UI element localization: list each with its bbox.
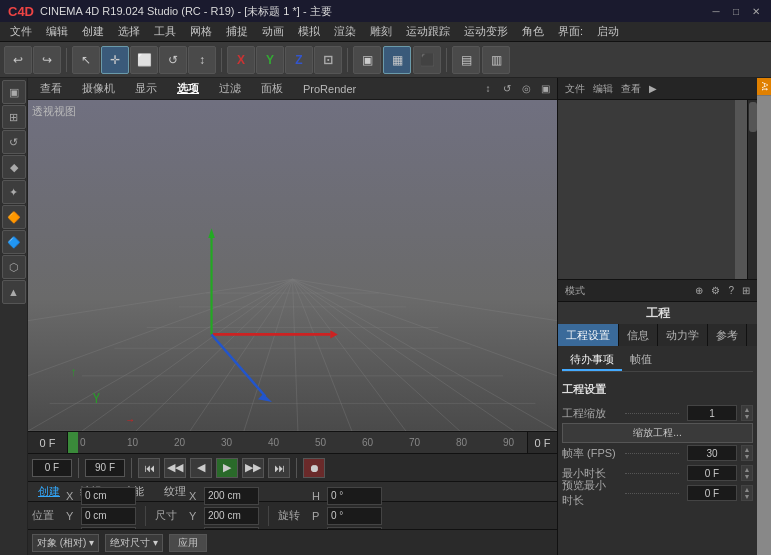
toolbar-render-0[interactable]: ▣ <box>353 46 381 74</box>
toolbar-btn-↩[interactable]: ↩ <box>4 46 32 74</box>
minimize-button[interactable]: ─ <box>709 4 723 18</box>
menu-item-5[interactable]: 网格 <box>184 22 218 42</box>
viewport-tab-1[interactable]: 摄像机 <box>74 80 123 98</box>
viewport-icon-1[interactable]: ↺ <box>499 81 515 97</box>
rp-subtab-0[interactable]: 待办事项 <box>562 350 622 371</box>
rp-value-2[interactable] <box>687 445 737 461</box>
coord-input-0-0[interactable] <box>81 487 136 505</box>
menu-item-6[interactable]: 捕捉 <box>220 22 254 42</box>
left-tool-4[interactable]: ✦ <box>2 180 26 204</box>
mode-icon-grid[interactable]: ⊞ <box>739 285 753 296</box>
rp-spinner-2[interactable]: ▲▼ <box>741 445 753 461</box>
coord-dropdown-size[interactable]: 绝对尺寸 ▾ <box>105 534 163 552</box>
toolbar-axis-Z[interactable]: Z <box>285 46 313 74</box>
viewport-3d[interactable]: 透视视图 <box>28 100 557 431</box>
menu-item-10[interactable]: 雕刻 <box>364 22 398 42</box>
mode-icon-gear[interactable]: ⚙ <box>708 285 723 296</box>
toolbar-tool-2[interactable]: ⬜ <box>130 46 158 74</box>
left-tool-8[interactable]: ▲ <box>2 280 26 304</box>
toolbar-axis-⊡[interactable]: ⊡ <box>314 46 342 74</box>
toolbar-render-1[interactable]: ▦ <box>383 46 411 74</box>
timeline-ruler[interactable]: 0102030405060708090 <box>68 432 527 453</box>
coord-apply-button[interactable]: 应用 <box>169 534 207 552</box>
menu-item-13[interactable]: 角色 <box>516 22 550 42</box>
coord-dropdown-relative[interactable]: 对象 (相对) ▾ <box>32 534 99 552</box>
right-header-item-2[interactable]: 查看 <box>618 82 644 96</box>
right-tab-3[interactable]: 参考 <box>708 324 747 346</box>
rp-value-4[interactable] <box>687 485 737 501</box>
right-tab-2[interactable]: 动力学 <box>658 324 708 346</box>
transport-btn-2[interactable]: ◀ <box>190 458 212 478</box>
right-header-item-0[interactable]: 文件 <box>562 82 588 96</box>
close-button[interactable]: ✕ <box>749 4 763 18</box>
coord-input-2-1[interactable] <box>327 507 382 525</box>
coord-input-1-1[interactable] <box>204 507 259 525</box>
toolbar-axis-Y[interactable]: Y <box>256 46 284 74</box>
right-header-item-3[interactable]: ▶ <box>646 83 660 94</box>
transport-record-button[interactable]: ⏺ <box>303 458 325 478</box>
menu-item-8[interactable]: 模拟 <box>292 22 326 42</box>
toolbar-render-2[interactable]: ⬛ <box>413 46 441 74</box>
left-tool-1[interactable]: ⊞ <box>2 105 26 129</box>
transport-btn-after-play-0[interactable]: ▶▶ <box>242 458 264 478</box>
viewport-icon-0[interactable]: ↕ <box>480 81 496 97</box>
viewport-tab-5[interactable]: 面板 <box>253 80 291 98</box>
toolbar-misc-1[interactable]: ▥ <box>482 46 510 74</box>
viewport-tab-4[interactable]: 过滤 <box>211 80 249 98</box>
toolbar-tool-3[interactable]: ↺ <box>159 46 187 74</box>
mode-icon-help[interactable]: ? <box>725 285 737 296</box>
rp-spinner-3[interactable]: ▲▼ <box>741 465 753 481</box>
menu-item-3[interactable]: 选择 <box>112 22 146 42</box>
rp-btn-1[interactable]: 缩放工程... <box>562 423 753 443</box>
left-tool-5[interactable]: 🔶 <box>2 205 26 229</box>
transport-end-input[interactable] <box>85 459 125 477</box>
coord-input-0-1[interactable] <box>81 507 136 525</box>
left-tool-6[interactable]: 🔷 <box>2 230 26 254</box>
coord-input-1-0[interactable] <box>204 487 259 505</box>
transport-play-button[interactable]: ▶ <box>216 458 238 478</box>
left-tool-0[interactable]: ▣ <box>2 80 26 104</box>
right-header-item-1[interactable]: 编辑 <box>590 82 616 96</box>
toolbar-axis-X[interactable]: X <box>227 46 255 74</box>
transport-btn-after-play-1[interactable]: ⏭ <box>268 458 290 478</box>
scroll-thumb[interactable] <box>749 102 757 132</box>
far-right-tab-0[interactable]: At <box>757 78 771 96</box>
toolbar-btn-↪[interactable]: ↪ <box>33 46 61 74</box>
menu-item-9[interactable]: 渲染 <box>328 22 362 42</box>
left-tool-3[interactable]: ◆ <box>2 155 26 179</box>
menu-item-15[interactable]: 启动 <box>591 22 625 42</box>
menu-item-14[interactable]: 界面: <box>552 22 589 42</box>
menu-item-1[interactable]: 编辑 <box>40 22 74 42</box>
props-tab-3[interactable]: 纹理 <box>158 483 192 501</box>
viewport-tab-0[interactable]: 查看 <box>32 80 70 98</box>
viewport-icon-3[interactable]: ▣ <box>537 81 553 97</box>
right-tab-0[interactable]: 工程设置 <box>558 324 619 346</box>
toolbar-misc-0[interactable]: ▤ <box>452 46 480 74</box>
rp-spinner-0[interactable]: ▲▼ <box>741 405 753 421</box>
rp-subtab-1[interactable]: 帧值 <box>622 350 660 371</box>
props-tab-0[interactable]: 创建 <box>32 483 66 501</box>
menu-item-0[interactable]: 文件 <box>4 22 38 42</box>
right-vertical-tab[interactable] <box>735 100 747 279</box>
right-tab-1[interactable]: 信息 <box>619 324 658 346</box>
maximize-button[interactable]: □ <box>729 4 743 18</box>
rp-value-3[interactable] <box>687 465 737 481</box>
toolbar-tool-1[interactable]: ✛ <box>101 46 129 74</box>
rp-spinner-4[interactable]: ▲▼ <box>741 485 753 501</box>
viewport-icon-2[interactable]: ◎ <box>518 81 534 97</box>
coord-input-2-0[interactable] <box>327 487 382 505</box>
mode-icon-add[interactable]: ⊕ <box>692 285 706 296</box>
rp-value-0[interactable] <box>687 405 737 421</box>
menu-item-11[interactable]: 运动跟踪 <box>400 22 456 42</box>
viewport-tab-6[interactable]: ProRender <box>295 80 364 98</box>
menu-item-7[interactable]: 动画 <box>256 22 290 42</box>
right-scrollbar[interactable] <box>747 100 757 279</box>
left-tool-7[interactable]: ⬡ <box>2 255 26 279</box>
left-tool-2[interactable]: ↺ <box>2 130 26 154</box>
transport-btn-0[interactable]: ⏮ <box>138 458 160 478</box>
toolbar-tool-0[interactable]: ↖ <box>72 46 100 74</box>
viewport-tab-3[interactable]: 选项 <box>169 80 207 98</box>
transport-btn-1[interactable]: ◀◀ <box>164 458 186 478</box>
menu-item-12[interactable]: 运动变形 <box>458 22 514 42</box>
transport-frame-input[interactable] <box>32 459 72 477</box>
